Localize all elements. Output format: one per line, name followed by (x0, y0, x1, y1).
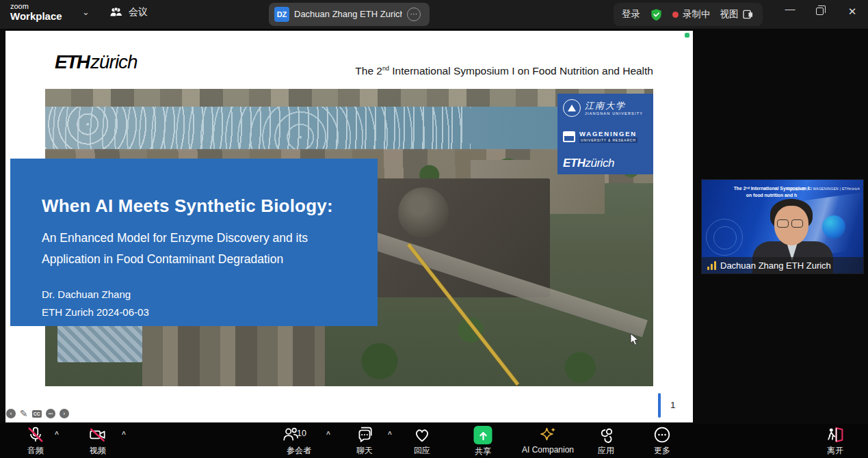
shield-check-icon[interactable] (650, 8, 663, 22)
pencil-icon[interactable]: ✎ (20, 408, 28, 419)
more-button[interactable]: 更多 (653, 426, 671, 457)
share-screen-icon (474, 426, 492, 444)
more-ellipsis-icon (653, 426, 671, 444)
share-tab-title: Dachuan Zhang ETH Zurich的屏幕共享 (294, 8, 402, 21)
chat-options-caret[interactable]: ^ (388, 431, 392, 438)
people-icon (109, 7, 123, 18)
reactions-button[interactable]: 回应 (413, 426, 432, 457)
video-options-caret[interactable]: ^ (122, 431, 126, 438)
more-dots-icon[interactable]: ••• (46, 409, 55, 418)
close-button[interactable]: ✕ (843, 5, 862, 18)
chat-bubble-icon (356, 426, 373, 444)
wageningen-logo: WAGENINGEN UNIVERSITY & RESEARCH (563, 131, 648, 144)
participants-count: 10 (297, 429, 306, 438)
restore-button[interactable] (816, 8, 824, 15)
meeting-label: 会议 (129, 6, 148, 18)
participant-name-bar: Dachuan Zhang ETH Zurich (702, 257, 863, 273)
speaker-video-thumbnail[interactable]: The 2ⁿᵈ International Symposium Ⅰ on foo… (702, 180, 863, 273)
heart-icon (413, 426, 432, 444)
page-number: 1 (670, 400, 676, 410)
apps-icon (597, 426, 615, 444)
meeting-toolbar: 音频 ^ 视频 ^ 10 参会者 ^ (0, 424, 868, 458)
jiangnan-logo: 江南大学 JIANGNAN UNIVERSITY (563, 99, 648, 117)
photo-buildings-bottom (142, 321, 325, 386)
prev-arrow-icon[interactable]: ‹ (6, 409, 16, 418)
symposium-title: The 2nd International Symposium I on Foo… (355, 65, 653, 77)
participants-button[interactable]: 10 参会者 (282, 426, 316, 457)
ai-companion-button[interactable]: AI Companion (522, 426, 574, 455)
next-arrow-icon[interactable]: › (60, 409, 69, 418)
jiangnan-emblem-icon (563, 99, 581, 117)
chat-button[interactable]: 聊天 (356, 426, 373, 457)
cc-icon[interactable]: CC (32, 410, 42, 418)
participant-name: Dachuan Zhang ETH Zurich (720, 260, 831, 271)
eth-logo-white: ETHzürich (563, 157, 648, 170)
signin-button[interactable]: 登录 (622, 8, 640, 21)
titlebar-right-group: 登录 录制中 视图 (614, 3, 763, 26)
camera-muted-icon (88, 426, 107, 444)
wageningen-mark-icon (563, 131, 575, 142)
view-button[interactable]: 视图 (720, 8, 753, 21)
partner-logos-box: 江南大学 JIANGNAN UNIVERSITY WAGENINGEN UNIV… (557, 94, 653, 174)
page-indicator-bar (658, 393, 661, 418)
mouse-cursor (629, 333, 640, 347)
audio-level-icon (707, 261, 716, 270)
slide-author: Dr. Dachuan Zhang (42, 288, 357, 300)
apps-button[interactable]: 应用 (597, 426, 615, 457)
speaker-glasses (777, 219, 806, 228)
ai-sparkle-icon (538, 426, 557, 444)
slide-title: When AI Meets Synthetic Biology: (42, 196, 357, 217)
recording-indicator[interactable]: 录制中 (672, 8, 711, 21)
zoom-workplace-logo: zoom Workplace (10, 3, 62, 21)
audio-options-caret[interactable]: ^ (55, 431, 59, 438)
meeting-tab[interactable]: 会议 (109, 6, 148, 18)
participants-options-caret[interactable]: ^ (326, 431, 330, 438)
slide-subtitle: An Enhanced Model for Enzyme Discovery a… (42, 228, 357, 270)
leave-button[interactable]: 离开 (826, 426, 845, 457)
annotation-active-dot (685, 33, 689, 38)
shared-screen-stage: ETHzürich The 2nd International Symposiu… (0, 29, 868, 424)
video-button[interactable]: 视频 (88, 426, 107, 457)
titlebar: zoom Workplace ⌄ 会议 DZ Dachuan Zhang ETH… (0, 0, 868, 29)
photo-river-sparkle (45, 107, 471, 150)
avatar: DZ (274, 7, 289, 22)
zoom-window: zoom Workplace ⌄ 会议 DZ Dachuan Zhang ETH… (0, 0, 868, 458)
share-button[interactable]: 共享 (474, 426, 492, 457)
slide-affiliation-date: ETH Zurich 2024-06-03 (42, 306, 357, 318)
virtual-bg-logos-strip: 🞐 江南大学 | 🞐 WAGENINGEN | ETHzürich (787, 187, 860, 191)
tab-more-icon[interactable]: ⋯ (407, 8, 421, 21)
background-rings (706, 219, 743, 256)
mic-muted-icon (27, 426, 44, 444)
leave-door-icon (826, 426, 845, 444)
annotation-toolbar: ‹ ✎ CC ••• › (6, 408, 69, 419)
record-dot-icon (672, 12, 679, 18)
shared-slide: ETHzürich The 2nd International Symposiu… (5, 31, 693, 422)
view-layout-icon (743, 10, 753, 19)
chevron-down-icon[interactable]: ⌄ (82, 7, 90, 17)
audio-button[interactable]: 音频 (27, 426, 44, 457)
photo-dome (398, 187, 449, 238)
eth-zurich-logo: ETHzürich (55, 51, 137, 73)
active-share-tab[interactable]: DZ Dachuan Zhang ETH Zurich的屏幕共享 ⋯ (269, 3, 430, 26)
minimize-button[interactable]: — (780, 3, 800, 14)
slide-title-card: When AI Meets Synthetic Biology: An Enha… (10, 159, 378, 326)
